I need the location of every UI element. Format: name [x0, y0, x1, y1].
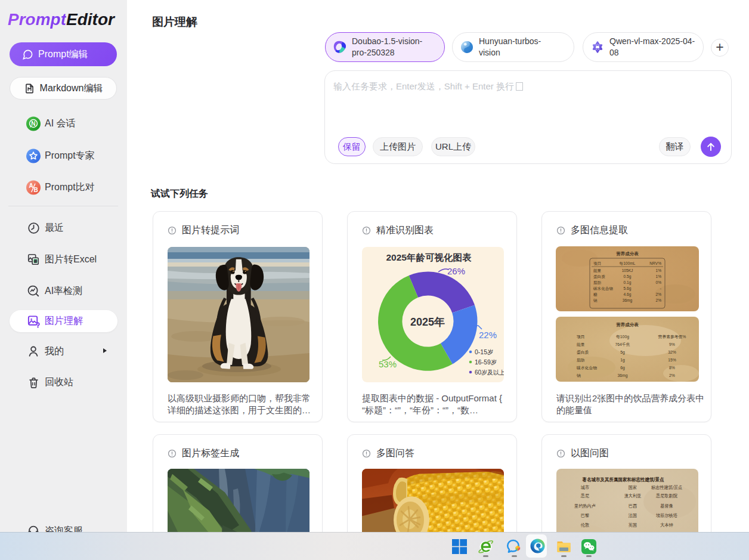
svg-text:能量: 能量: [577, 342, 585, 347]
svg-text:埃菲尔铁塔: 埃菲尔铁塔: [655, 513, 677, 518]
svg-text:营养素参考值%: 营养素参考值%: [658, 335, 686, 339]
svg-text:0.1g: 0.1g: [624, 280, 632, 285]
svg-text:项目: 项目: [593, 261, 601, 266]
svg-text:每100mL: 每100mL: [620, 261, 636, 266]
svg-text:里约热内卢: 里约热内卢: [574, 503, 596, 509]
svg-text:法国: 法国: [629, 513, 637, 518]
svg-text:8%: 8%: [669, 366, 675, 370]
svg-text:营养成分表: 营养成分表: [615, 251, 639, 256]
svg-text:项目: 项目: [577, 335, 585, 339]
svg-text:标志性建筑/景点: 标志性建筑/景点: [651, 485, 683, 490]
svg-text:伦敦: 伦敦: [581, 522, 590, 527]
svg-text:2%: 2%: [669, 373, 675, 378]
svg-text:NRV%: NRV%: [649, 261, 661, 265]
svg-text:0-15岁: 0-15岁: [475, 348, 494, 355]
svg-text:碳水化合物: 碳水化合物: [576, 366, 597, 370]
svg-text:26%: 26%: [447, 266, 465, 276]
svg-text:15%: 15%: [668, 358, 676, 362]
svg-text:巴黎: 巴黎: [581, 513, 590, 518]
svg-text:9%: 9%: [669, 342, 675, 346]
svg-text:碳水化合物: 碳水化合物: [593, 286, 613, 291]
svg-text:基督像: 基督像: [660, 503, 673, 509]
svg-text:0.5g: 0.5g: [624, 274, 632, 279]
svg-text:B: B: [33, 187, 38, 193]
svg-text:钠: 钠: [576, 373, 581, 378]
svg-text:1%: 1%: [655, 268, 661, 273]
svg-text:脂肪: 脂肪: [577, 358, 585, 363]
svg-text:36mg: 36mg: [623, 298, 633, 303]
svg-text:4.6g: 4.6g: [624, 292, 632, 297]
svg-text:764千焦: 764千焦: [615, 342, 630, 346]
svg-text:1g: 1g: [620, 358, 625, 363]
svg-text:城市: 城市: [580, 485, 590, 490]
svg-text:1%: 1%: [655, 274, 661, 279]
svg-text:5g: 5g: [620, 350, 625, 355]
svg-text:大本钟: 大本钟: [660, 522, 673, 527]
svg-text:能量: 能量: [593, 268, 602, 273]
svg-text:蛋白质: 蛋白质: [577, 349, 589, 355]
svg-text:营养成分表: 营养成分表: [615, 322, 639, 327]
svg-text:2025年: 2025年: [410, 316, 445, 328]
svg-text:巴西: 巴西: [629, 503, 637, 509]
svg-text:2%: 2%: [655, 298, 661, 302]
svg-text:105KJ: 105KJ: [622, 268, 633, 273]
svg-text:国家: 国家: [629, 485, 637, 490]
svg-text:22%: 22%: [479, 330, 497, 340]
svg-text:0%: 0%: [655, 280, 661, 284]
svg-text:2025年龄可视化图表: 2025年龄可视化图表: [386, 252, 472, 262]
svg-text:糖: 糖: [593, 292, 598, 297]
svg-text:53%: 53%: [379, 359, 397, 369]
svg-text:著名城市及其所属国家和标志性建筑/景点: 著名城市及其所属国家和标志性建筑/景点: [582, 477, 664, 482]
svg-text:英国: 英国: [629, 522, 637, 527]
svg-text:S: S: [35, 259, 37, 263]
svg-text:每100g: 每100g: [616, 335, 629, 339]
svg-text:脂肪: 脂肪: [593, 280, 602, 284]
svg-text:32%: 32%: [668, 350, 676, 354]
svg-text:悉尼歌剧院: 悉尼歌剧院: [656, 493, 677, 499]
svg-text:-: -: [660, 286, 661, 290]
svg-text:澳大利亚: 澳大利亚: [624, 493, 642, 499]
svg-text:36mg: 36mg: [617, 373, 627, 378]
svg-text:16-59岁: 16-59岁: [475, 358, 497, 366]
svg-text:6g: 6g: [620, 366, 625, 370]
svg-text:悉尼: 悉尼: [581, 493, 590, 499]
svg-text:蛋白质: 蛋白质: [593, 274, 605, 279]
svg-text:60岁及以上: 60岁及以上: [475, 369, 504, 376]
svg-text:5.6g: 5.6g: [624, 286, 632, 291]
svg-text:钠: 钠: [593, 298, 598, 302]
svg-text:2%: 2%: [655, 292, 661, 296]
svg-text:N: N: [31, 120, 35, 126]
